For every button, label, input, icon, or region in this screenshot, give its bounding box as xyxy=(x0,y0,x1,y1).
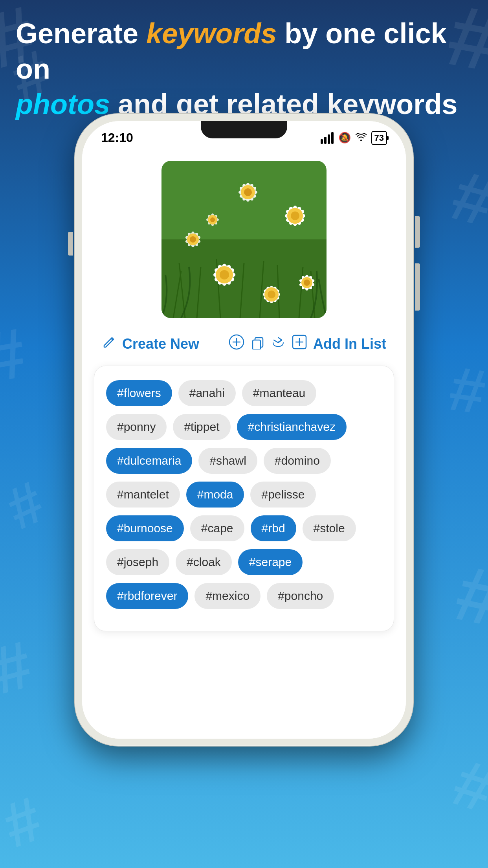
image-section xyxy=(82,149,406,326)
signal-bar-2 xyxy=(324,137,327,144)
status-time: 12:10 xyxy=(101,131,133,145)
add-list-icon[interactable] xyxy=(291,334,308,354)
svg-point-43 xyxy=(291,211,299,220)
svg-point-28 xyxy=(268,291,275,298)
tag-joseph[interactable]: #joseph xyxy=(106,549,169,575)
signal-bar-1 xyxy=(321,139,323,144)
mute-icon: 🔕 xyxy=(338,132,351,144)
tag-domino[interactable]: #domino xyxy=(264,448,331,474)
tag-mantelet[interactable]: #mantelet xyxy=(106,482,180,508)
phone-mockup: 12:10 🔕 xyxy=(75,114,413,746)
svg-rect-69 xyxy=(253,340,261,349)
tag-poncho[interactable]: #poncho xyxy=(267,583,334,609)
add-circle-icon[interactable] xyxy=(228,334,245,354)
tag-cape[interactable]: #cape xyxy=(190,515,244,541)
phone-frame: 12:10 🔕 xyxy=(75,114,413,746)
svg-point-64 xyxy=(210,217,215,222)
tags-row-4: #mantelet #moda #pelisse xyxy=(106,482,382,508)
tag-dulcemaria[interactable]: #dulcemaria xyxy=(106,448,192,474)
tag-anahi[interactable]: #anahi xyxy=(178,380,236,406)
tags-row-3: #dulcemaria #shawl #domino xyxy=(106,448,382,474)
phone-content: Create New xyxy=(82,149,406,739)
tag-cloak[interactable]: #cloak xyxy=(176,549,232,575)
share-icon[interactable] xyxy=(271,335,286,353)
tag-serape[interactable]: #serape xyxy=(238,549,303,575)
tag-pelisse[interactable]: #pelisse xyxy=(250,482,316,508)
signal-bar-4 xyxy=(331,132,334,144)
create-new-icon[interactable] xyxy=(102,335,117,353)
tag-ponny[interactable]: #ponny xyxy=(106,414,167,440)
tags-container: #flowers #anahi #manteau #ponny #tippet … xyxy=(94,366,394,631)
header-keywords: keywords xyxy=(146,18,277,49)
tag-moda[interactable]: #moda xyxy=(186,482,244,508)
tag-mexico[interactable]: #mexico xyxy=(194,583,261,609)
side-button-volume xyxy=(68,232,73,256)
wifi-icon xyxy=(356,132,367,143)
tag-christianchavez[interactable]: #christianchavez xyxy=(237,414,347,440)
tag-manteau[interactable]: #manteau xyxy=(242,380,316,406)
svg-point-51 xyxy=(244,188,252,196)
tag-shawl[interactable]: #shawl xyxy=(198,448,257,474)
tag-flowers[interactable]: #flowers xyxy=(106,380,172,406)
tags-row-5: #burnoose #cape #rbd #stole xyxy=(106,515,382,541)
phone-screen: 12:10 🔕 xyxy=(82,121,406,739)
svg-point-35 xyxy=(304,280,310,286)
signal-bar-3 xyxy=(328,134,330,144)
tags-row-7: #rbdforever #mexico #poncho xyxy=(106,583,382,609)
phone-notch xyxy=(201,121,287,138)
phone-bottom-padding xyxy=(82,643,406,659)
side-button-volume-down xyxy=(415,263,420,311)
side-button-power xyxy=(415,216,420,248)
header-text: Generate keywords by one click on photos… xyxy=(16,16,472,122)
create-new-label[interactable]: Create New xyxy=(122,336,199,352)
tag-rbdforever[interactable]: #rbdforever xyxy=(106,583,188,609)
battery-icon: 73 xyxy=(371,131,387,145)
tags-row-6: #joseph #cloak #serape xyxy=(106,549,382,575)
signal-icon xyxy=(321,132,334,144)
toolbar-left-group: Create New xyxy=(102,335,199,353)
svg-point-20 xyxy=(220,270,229,280)
toolbar: Create New xyxy=(82,326,406,366)
tags-row-2: #ponny #tippet #christianchavez xyxy=(106,414,382,440)
tag-tippet[interactable]: #tippet xyxy=(173,414,230,440)
flower-photo[interactable] xyxy=(161,161,327,318)
copy-icon[interactable] xyxy=(250,335,265,353)
tag-rbd[interactable]: #rbd xyxy=(251,515,296,541)
add-in-list-label[interactable]: Add In List xyxy=(313,336,386,352)
tag-burnoose[interactable]: #burnoose xyxy=(106,515,184,541)
tag-stole[interactable]: #stole xyxy=(303,515,356,541)
battery-level: 73 xyxy=(374,133,384,143)
tags-row-1: #flowers #anahi #manteau xyxy=(106,380,382,406)
toolbar-right-group: Add In List xyxy=(228,334,386,354)
header-generate: Generate xyxy=(16,18,146,49)
svg-point-58 xyxy=(190,236,196,243)
status-icons: 🔕 73 xyxy=(321,131,387,145)
